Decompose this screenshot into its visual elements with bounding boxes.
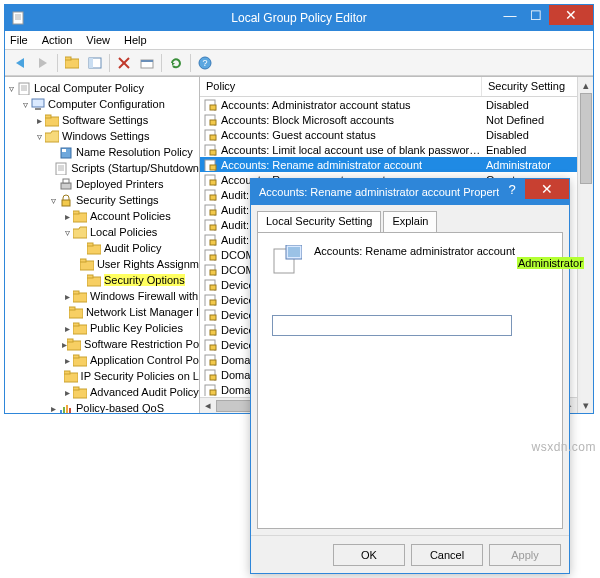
scroll-up-icon[interactable]: ▴ — [578, 77, 593, 93]
up-button[interactable] — [61, 52, 83, 74]
expand-icon[interactable]: ▿ — [47, 195, 59, 206]
tree-security-settings[interactable]: Security Settings — [76, 194, 159, 206]
expand-icon[interactable]: ▿ — [33, 131, 45, 142]
policy-cell: Accounts: Guest account status — [221, 129, 482, 141]
folder-icon — [73, 210, 87, 223]
tree-qos[interactable]: Policy-based QoS — [76, 402, 164, 413]
list-row[interactable]: Accounts: Limit local account use of bla… — [200, 142, 577, 157]
list-row[interactable]: Accounts: Block Microsoft accountsNot De… — [200, 112, 577, 127]
policy-item-icon — [204, 203, 218, 216]
help-button[interactable] — [194, 52, 216, 74]
cancel-button[interactable]: Cancel — [411, 544, 483, 566]
menu-action[interactable]: Action — [42, 34, 73, 46]
properties-button[interactable] — [136, 52, 158, 74]
tree-root[interactable]: Local Computer Policy — [34, 82, 144, 94]
account-name-input[interactable] — [272, 315, 512, 336]
expand-icon[interactable]: ▸ — [61, 323, 73, 334]
tree-software-settings[interactable]: Software Settings — [62, 114, 148, 126]
expand-icon[interactable]: ▸ — [61, 387, 73, 398]
folder-icon — [73, 354, 87, 367]
tree-account-policies[interactable]: Account Policies — [90, 210, 171, 222]
book-icon — [59, 146, 73, 159]
printer-icon — [59, 178, 73, 191]
tabpage-local: Accounts: Rename administrator account A… — [257, 232, 563, 529]
tree-nrp[interactable]: Name Resolution Policy — [76, 146, 193, 158]
forward-button[interactable] — [32, 52, 54, 74]
tab-explain[interactable]: Explain — [383, 211, 437, 232]
expand-icon[interactable]: ▿ — [5, 83, 17, 94]
folder-open-icon — [45, 130, 59, 143]
list-row[interactable]: Accounts: Guest account statusDisabled — [200, 127, 577, 142]
tree-pkp[interactable]: Public Key Policies — [90, 322, 183, 334]
tree-audit-policy[interactable]: Audit Policy — [104, 242, 161, 254]
ok-button[interactable]: OK — [333, 544, 405, 566]
setting-cell: Not Defined — [482, 114, 577, 126]
tree-srp[interactable]: Software Restriction Po — [84, 338, 199, 350]
menu-help[interactable]: Help — [124, 34, 147, 46]
expand-icon[interactable]: ▸ — [61, 211, 73, 222]
main-title: Local Group Policy Editor — [231, 11, 366, 25]
main-titlebar[interactable]: Local Group Policy Editor — ☐ ✕ — [5, 5, 593, 31]
policy-item-icon — [204, 128, 218, 141]
scroll-down-icon[interactable]: ▾ — [578, 397, 593, 413]
folder-icon — [73, 386, 87, 399]
maximize-button[interactable]: ☐ — [523, 5, 549, 25]
folder-icon — [69, 306, 83, 319]
tree-local-policies[interactable]: Local Policies — [90, 226, 157, 238]
tree-scripts[interactable]: Scripts (Startup/Shutdown — [71, 162, 199, 174]
tree-ipsp[interactable]: IP Security Policies on L — [81, 370, 199, 382]
policy-item-icon — [204, 173, 218, 186]
list-row[interactable]: Accounts: Administrator account statusDi… — [200, 97, 577, 112]
col-setting[interactable]: Security Setting — [482, 77, 577, 96]
tree-nlm[interactable]: Network List Manager I — [86, 306, 199, 318]
minimize-button[interactable]: — — [497, 5, 523, 25]
folder-open-icon — [73, 226, 87, 239]
expand-icon[interactable]: ▿ — [61, 227, 73, 238]
policy-item-icon — [204, 233, 218, 246]
expand-icon[interactable]: ▸ — [33, 115, 45, 126]
tree-windows-settings[interactable]: Windows Settings — [62, 130, 149, 142]
expand-icon[interactable]: ▸ — [47, 403, 59, 414]
dialog-close-button[interactable]: ✕ — [525, 179, 569, 199]
menu-file[interactable]: File — [10, 34, 28, 46]
apply-button[interactable]: Apply — [489, 544, 561, 566]
tree-user-rights[interactable]: User Rights Assignm — [97, 258, 199, 270]
folder-icon — [73, 290, 87, 303]
tree-computer-config[interactable]: Computer Configuration — [48, 98, 165, 110]
tree-acp[interactable]: Application Control Po — [90, 354, 199, 366]
policy-item-icon — [204, 188, 218, 201]
tree-aap[interactable]: Advanced Audit Policy — [90, 386, 199, 398]
list-row[interactable]: Accounts: Rename administrator accountAd… — [200, 157, 577, 172]
col-policy[interactable]: Policy — [200, 77, 482, 96]
policy-item-icon — [204, 293, 218, 306]
back-button[interactable] — [9, 52, 31, 74]
dialog-help-button[interactable]: ? — [499, 179, 525, 199]
tree-deployed-printers[interactable]: Deployed Printers — [76, 178, 163, 190]
lock-icon — [59, 194, 73, 207]
policy-item-icon — [204, 248, 218, 261]
app-icon — [11, 11, 25, 25]
policy-item-icon — [204, 158, 218, 171]
refresh-button[interactable] — [165, 52, 187, 74]
policy-item-icon — [204, 143, 218, 156]
expand-icon[interactable]: ▸ — [61, 291, 73, 302]
tab-local-security[interactable]: Local Security Setting — [257, 211, 381, 232]
menu-view[interactable]: View — [86, 34, 110, 46]
expand-icon[interactable]: ▿ — [19, 99, 31, 110]
delete-button[interactable] — [113, 52, 135, 74]
policy-cell: Accounts: Administrator account status — [221, 99, 482, 111]
dialog-titlebar[interactable]: Accounts: Rename administrator account P… — [251, 179, 569, 205]
dialog-buttons: OK Cancel Apply — [251, 535, 569, 573]
close-button[interactable]: ✕ — [549, 5, 593, 25]
policy-cell: Accounts: Rename administrator account — [221, 159, 482, 171]
tree-security-options[interactable]: Security Options — [104, 274, 185, 286]
scroll-left-icon[interactable]: ◂ — [200, 398, 216, 413]
expand-icon[interactable]: ▸ — [61, 355, 73, 366]
list-header[interactable]: Policy Security Setting — [200, 77, 577, 97]
tree-pane[interactable]: ▿Local Computer Policy ▿Computer Configu… — [5, 77, 200, 413]
policy-cell: Accounts: Limit local account use of bla… — [221, 144, 482, 156]
policy-item-icon — [204, 368, 218, 381]
show-pane-button[interactable] — [84, 52, 106, 74]
list-vscroll[interactable]: ▴ ▾ — [577, 77, 593, 413]
tree-windows-firewall[interactable]: Windows Firewall with — [90, 290, 198, 302]
